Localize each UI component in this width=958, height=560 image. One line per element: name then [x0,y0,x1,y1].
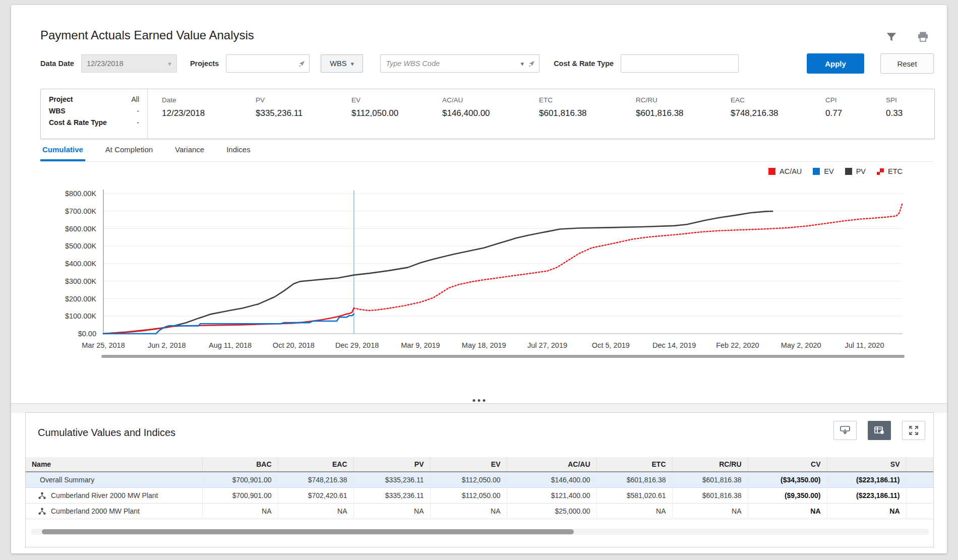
projects-input[interactable] [226,54,310,73]
dotted-swatch-icon [877,168,884,175]
table-header-row: NameBACEACPVEVAC/AUETCRC/RUCVSV [26,457,934,472]
cell-clipped [906,504,934,519]
panel-splitter[interactable] [11,403,947,413]
wbs-node-icon [38,507,46,516]
column-header-rc-ru[interactable]: RC/RU [672,457,748,472]
cell-rc-ru: $601,816.38 [672,488,748,504]
cell-sv: ($223,186.11) [827,488,906,504]
chart-time-scrollbar[interactable] [101,355,905,358]
x-tick-label: May 18, 2019 [462,341,506,349]
solid-swatch-icon [845,168,852,175]
print-icon[interactable] [916,30,930,44]
cell-ev: NA [430,504,507,519]
y-tick-label: $500.00K [65,242,96,250]
legend-label: PV [856,167,866,175]
evm-chart-container: $800.00K$700.00K$600.00K$500.00K$400.00K… [29,182,932,365]
tab-variance[interactable]: Variance [173,142,206,161]
data-date-select[interactable]: 12/23/2018 ▾ [81,54,177,73]
grid-view-icon [873,425,885,436]
filter-icon[interactable] [885,31,898,44]
column-header-ac-au[interactable]: AC/AU [507,457,596,472]
cell-eac: $702,420.61 [278,488,353,504]
column-header-bac[interactable]: BAC [202,457,278,472]
splitter-handle-icon[interactable] [469,399,490,402]
column-header-name[interactable]: Name [26,457,202,472]
metric-date: Date12/23/2018 [162,96,256,139]
column-header-cv[interactable]: CV [748,457,827,472]
row-name-label: Overall Summary [40,476,94,484]
data-date-value: 12/23/2018 [87,59,124,68]
tab-at-completion[interactable]: At Completion [103,142,155,161]
x-tick-label: Oct 5, 2019 [592,341,630,349]
y-tick-label: $300.00K [65,277,96,285]
summary-scope-row: Cost & Rate Type- [49,118,139,127]
legend-item-etc[interactable]: ETC [877,167,903,175]
chart-detach-button[interactable] [833,421,857,440]
column-header-clipped[interactable] [906,457,934,472]
y-tick-label: $0.00 [78,330,96,338]
column-header-eac[interactable]: EAC [278,457,353,472]
picker-icon[interactable] [528,60,535,68]
y-tick-label: $600.00K [65,225,96,233]
x-tick-label: Aug 11, 2018 [209,341,252,349]
name-cell: Overall Summary [26,472,202,488]
name-cell: Cumberland 2000 MW Plant [26,504,202,519]
x-tick-label: Jun 2, 2018 [148,341,186,349]
cell-sv: ($223,186.11) [827,472,906,488]
projects-label: Projects [190,59,219,68]
row-name-label: Cumberland 2000 MW Plant [51,507,140,515]
filter-bar: Data Date 12/23/2018 ▾ Projects WBS ▾ ▾ [40,53,934,74]
legend-item-ac-au[interactable]: AC/AU [768,167,802,175]
maximize-button[interactable] [902,421,925,440]
table-row[interactable]: Cumberland 2000 MW PlantNANANANA$25,000.… [26,504,934,519]
cell-cv: ($9,350.00) [748,488,827,504]
tab-indices[interactable]: Indices [224,142,253,161]
wbs-button-label: WBS [330,59,346,68]
column-header-etc[interactable]: ETC [596,457,672,472]
column-header-sv[interactable]: SV [827,457,906,472]
wbs-dropdown-button[interactable]: WBS ▾ [321,54,363,73]
chevron-down-icon: ▾ [350,60,354,67]
main-card: Payment Actuals Earned Value Analysis Da… [11,5,947,553]
column-header-pv[interactable]: PV [353,457,430,472]
metric-etc: ETC$601,816.38 [539,96,636,139]
values-panel-title: Cumulative Values and Indices [38,427,175,439]
cell-eac: $748,216.38 [278,472,353,488]
cost-rate-type-input[interactable] [621,54,739,73]
y-tick-label: $700.00K [65,207,96,215]
cell-ev: $112,050.00 [430,488,507,504]
chevron-down-icon: ▾ [168,60,171,67]
legend-item-ev[interactable]: EV [813,167,833,175]
chevron-down-icon[interactable]: ▾ [521,60,524,67]
values-panel: Cumulative Values and Indices NameBACEAC… [25,412,934,547]
cell-bac: $700,901.00 [202,488,278,504]
cell-bac: NA [202,504,278,519]
chart-legend: AC/AUEVPVETC [768,167,903,175]
column-header-ev[interactable]: EV [430,457,507,472]
metric-pv: PV$335,236.11 [256,96,351,139]
page-title: Payment Actuals Earned Value Analysis [40,28,254,42]
chart-detach-icon [839,425,851,436]
cell-ac-au: $25,000.00 [507,504,596,519]
table-row[interactable]: Cumberland River 2000 MW Plant$700,901.0… [26,488,934,504]
apply-button[interactable]: Apply [807,53,864,74]
cell-bac: $700,901.00 [202,472,278,488]
scrollbar-thumb[interactable] [42,529,574,534]
cell-cv: ($34,350.00) [748,472,827,488]
picker-icon[interactable] [298,60,306,68]
metric-eac: EAC$748,216.38 [731,96,825,139]
cell-clipped: ($ [906,488,934,504]
cell-sv: NA [827,504,906,519]
values-table: NameBACEACPVEVAC/AUETCRC/RUCVSV Overall … [26,457,934,519]
metric-rc-ru: RC/RU$601,816.38 [636,96,731,139]
wbs-code-combobox[interactable] [380,54,540,73]
metric-ev: EV$112,050.00 [351,96,442,139]
cell-rc-ru: $601,816.38 [672,472,748,488]
legend-item-pv[interactable]: PV [845,167,866,175]
table-row[interactable]: Overall Summary$700,901.00$748,216.38$33… [26,472,934,488]
grid-view-button[interactable] [868,421,891,440]
series-pv [103,211,772,334]
table-body: Overall Summary$700,901.00$748,216.38$33… [26,472,934,519]
tab-cumulative[interactable]: Cumulative [40,142,85,161]
reset-button[interactable]: Reset [880,53,934,74]
